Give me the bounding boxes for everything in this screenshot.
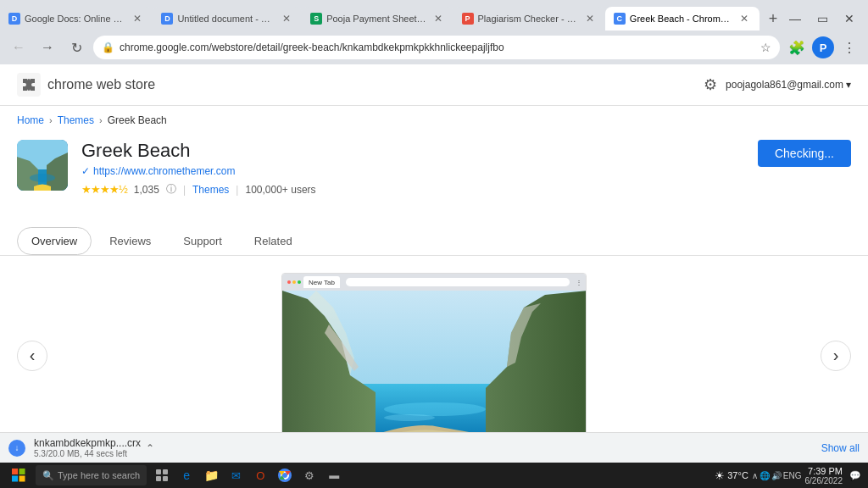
- taskbar-clock: 7:39 PM 6/26/2022: [805, 466, 843, 485]
- clock-date: 6/26/2022: [805, 476, 843, 485]
- svg-point-7: [384, 414, 435, 421]
- taskbar-task-view[interactable]: [150, 463, 174, 487]
- extension-action: Checking...: [758, 140, 851, 167]
- tab-favicon: S: [310, 13, 322, 25]
- nav-right-controls: 🧩 P ⋮: [785, 36, 861, 59]
- prev-screenshot-btn[interactable]: ‹: [17, 341, 47, 371]
- lock-icon: 🔒: [102, 42, 114, 53]
- tab-close-btn[interactable]: ✕: [131, 12, 144, 25]
- breadcrumb-current: Greek Beach: [108, 114, 167, 126]
- taskbar-settings[interactable]: ⚙: [298, 463, 321, 487]
- review-count: 1,035: [134, 184, 159, 196]
- breadcrumb-separator-2: ›: [99, 115, 103, 125]
- tab-bar: D Google Docs: Online Docum... ✕ D Untit…: [0, 0, 868, 30]
- extension-detail: Greek Beach ✓ https://www.chromethemer.c…: [0, 131, 868, 205]
- info-icon[interactable]: ⓘ: [166, 182, 176, 197]
- tab-right-controls: — ▭ ✕: [783, 7, 868, 30]
- breadcrumb-home[interactable]: Home: [17, 114, 44, 126]
- install-button[interactable]: Checking...: [758, 140, 851, 167]
- tab-payment-sheet[interactable]: S Pooja Payment Sheet - Goo... ✕: [302, 7, 453, 30]
- screenshot-image: New Tab ⋮: [281, 273, 587, 432]
- taskbar-search[interactable]: 🔍 Type here to search: [36, 465, 147, 485]
- star-rating: ★★★★½: [81, 183, 127, 196]
- download-size: 5.3/20.0 MB, 44 secs left: [34, 449, 141, 458]
- svg-rect-15: [163, 476, 168, 481]
- weather-widget: ☀ 37°C: [715, 469, 748, 482]
- tab-support[interactable]: Support: [169, 227, 236, 255]
- mini-browser-ui: New Tab ⋮: [282, 274, 586, 291]
- taskbar-edge[interactable]: e: [175, 463, 198, 487]
- tray-icon-1: ∧: [752, 471, 758, 480]
- download-file-icon: ↓: [8, 440, 25, 457]
- breadcrumb: Home › Themes › Greek Beach: [0, 106, 868, 131]
- cws-puzzle-icon: [17, 73, 41, 97]
- address-icons: ☆: [760, 41, 771, 54]
- tab-google-docs[interactable]: D Google Docs: Online Docum... ✕: [0, 7, 153, 30]
- tab-close-btn[interactable]: ✕: [280, 12, 293, 25]
- taskbar: 🔍 Type here to search e 📁 ✉ O: [0, 463, 868, 488]
- windows-logo-icon: [12, 469, 25, 482]
- download-chevron-icon[interactable]: ⌃: [146, 442, 154, 454]
- taskbar-mail[interactable]: ✉: [224, 463, 248, 487]
- category-link[interactable]: Themes: [192, 184, 229, 196]
- speaker-icon[interactable]: 🔊: [771, 471, 782, 480]
- refresh-button[interactable]: ↻: [64, 36, 88, 59]
- network-icon[interactable]: 🌐: [760, 471, 770, 480]
- taskbar-terminal[interactable]: ▬: [322, 463, 346, 487]
- screenshot-area: ‹ New Tab ⋮: [0, 256, 868, 432]
- mini-address-bar: [346, 278, 570, 286]
- user-count: 100,000+ users: [245, 184, 315, 196]
- svg-point-6: [384, 402, 486, 416]
- start-button[interactable]: [3, 463, 34, 487]
- address-bar[interactable]: 🔒 chrome.google.com/webstore/detail/gree…: [93, 36, 780, 59]
- extension-icon-svg: [17, 140, 68, 191]
- system-tray-icons: ∧ 🌐 🔊 ENG: [752, 471, 802, 480]
- tab-overview[interactable]: Overview: [17, 227, 92, 255]
- tab-plagiarism[interactable]: P Plagiarism Checker - Free &... ✕: [453, 7, 605, 30]
- tab-close-btn[interactable]: ✕: [737, 12, 751, 25]
- cws-header: chrome web store ⚙ poojagola861@gmail.co…: [0, 64, 868, 106]
- mini-min-dot: [292, 280, 296, 284]
- tab-minimize-btn[interactable]: —: [783, 7, 807, 30]
- account-email: poojagola861@gmail.com: [726, 79, 843, 91]
- extensions-icon[interactable]: 🧩: [785, 36, 809, 59]
- extension-link[interactable]: ✓ https://www.chromethemer.com: [81, 165, 744, 177]
- tab-close-btn[interactable]: ✕: [583, 12, 597, 25]
- terminal-icon: ▬: [329, 469, 339, 481]
- tab-maximize-btn[interactable]: ▭: [810, 7, 834, 30]
- svg-rect-8: [12, 469, 18, 474]
- profile-button[interactable]: P: [812, 36, 834, 58]
- bookmark-icon[interactable]: ☆: [760, 41, 771, 54]
- show-all-downloads[interactable]: Show all: [821, 442, 860, 454]
- taskbar-office[interactable]: O: [248, 463, 272, 487]
- tab-related[interactable]: Related: [240, 227, 307, 255]
- tab-close-window-btn[interactable]: ✕: [837, 7, 861, 30]
- account-menu[interactable]: poojagola861@gmail.com ▾: [726, 79, 851, 91]
- taskbar-search-icon: 🔍: [42, 470, 54, 481]
- next-screenshot-btn[interactable]: ›: [821, 341, 851, 371]
- menu-button[interactable]: ⋮: [837, 36, 861, 59]
- cws-logo-area: chrome web store: [17, 73, 704, 97]
- forward-button[interactable]: →: [36, 36, 59, 59]
- taskbar-search-text: Type here to search: [58, 470, 140, 480]
- mini-nav: ⋮: [576, 279, 582, 286]
- taskbar-icons: e 📁 ✉ O ⚙ ▬: [150, 463, 346, 487]
- taskbar-chrome[interactable]: [273, 463, 297, 487]
- back-button[interactable]: ←: [7, 36, 31, 59]
- mini-max-dot: [298, 280, 301, 284]
- tab-reviews[interactable]: Reviews: [95, 227, 165, 255]
- extension-info: Greek Beach ✓ https://www.chromethemer.c…: [81, 140, 744, 197]
- tab-close-btn[interactable]: ✕: [431, 12, 445, 25]
- tab-favicon: D: [8, 13, 20, 25]
- taskbar-folder[interactable]: 📁: [199, 463, 223, 487]
- office-icon: O: [256, 469, 264, 482]
- settings-icon[interactable]: ⚙: [704, 75, 717, 94]
- notification-button[interactable]: 💬: [846, 470, 865, 481]
- tab-favicon: C: [614, 13, 626, 25]
- breadcrumb-themes[interactable]: Themes: [58, 114, 94, 126]
- new-tab-button[interactable]: +: [763, 7, 783, 30]
- svg-rect-10: [12, 476, 18, 482]
- edge-icon: e: [183, 469, 190, 482]
- tab-untitled-doc[interactable]: D Untitled document - Google... ✕: [153, 7, 302, 30]
- tab-greek-beach[interactable]: C Greek Beach - Chrome Web ... ✕: [605, 7, 760, 30]
